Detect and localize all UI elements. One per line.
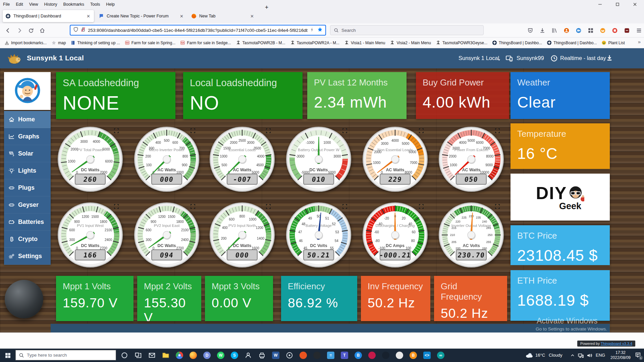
extorange-toolbar-button[interactable] xyxy=(598,26,607,35)
taskbar-app-github[interactable] xyxy=(312,350,322,360)
fullscreen-icon[interactable] xyxy=(495,128,500,133)
menu-file[interactable]: File xyxy=(0,2,13,7)
video-toolbar-button[interactable] xyxy=(574,26,583,35)
taskbar-app-steam[interactable] xyxy=(381,350,391,360)
fullscreen-icon[interactable] xyxy=(266,128,271,133)
sidebar-item-lights[interactable]: Lights xyxy=(4,162,51,179)
taskbar-app-discord[interactable]: D xyxy=(202,350,212,360)
chevron-down-icon[interactable] xyxy=(497,57,501,63)
bookmark-item[interactable]: Plant List xyxy=(599,40,627,46)
shield-icon[interactable] xyxy=(73,27,78,34)
fullscreen-icon[interactable] xyxy=(190,128,196,133)
browser-search-field[interactable]: Search xyxy=(330,25,484,35)
sidebar-item-plugs[interactable]: Plugs xyxy=(4,179,51,196)
taskbar-app-teams[interactable]: T xyxy=(339,350,350,360)
taskbar-app-skype[interactable]: S xyxy=(229,350,239,360)
taskbar-app-chrome[interactable] xyxy=(174,350,184,360)
bookmark-item[interactable]: TasmotaPOWR3Geyse... xyxy=(433,40,490,46)
taskbar-app-whatsapp[interactable]: W xyxy=(216,350,226,360)
bookmark-star-icon[interactable] xyxy=(317,27,323,34)
taskbar-app-bluetooth[interactable]: B xyxy=(353,350,363,360)
taskbar-app-task-view[interactable] xyxy=(133,350,143,360)
taskbar-app-file-explorer[interactable] xyxy=(161,350,171,360)
bookmarks-overflow-chevron[interactable]: » xyxy=(638,39,641,45)
entity-label[interactable]: Sunsynk99 xyxy=(517,55,544,61)
fullscreen-icon[interactable] xyxy=(114,204,119,209)
language-indicator[interactable]: ENG xyxy=(596,353,605,358)
timewindow-label[interactable]: Realtime - last day xyxy=(560,55,606,61)
extensions-toolbar-button[interactable] xyxy=(586,26,595,35)
reload-button[interactable] xyxy=(26,26,36,35)
fullscreen-icon[interactable] xyxy=(495,204,500,209)
devices-icon[interactable] xyxy=(505,55,513,63)
url-text[interactable]: 253:8080/dashboard/4b00dda0-cbe5-11ec-84… xyxy=(88,28,308,33)
forward-button[interactable] xyxy=(15,26,24,35)
taskbar-app-calculator[interactable]: = xyxy=(326,350,336,360)
bookmark-item[interactable]: Visia2 - Main Menu xyxy=(387,40,433,46)
fullscreen-icon[interactable] xyxy=(419,204,424,209)
account-toolbar-button[interactable] xyxy=(562,26,571,35)
url-bar[interactable]: 253:8080/dashboard/4b00dda0-cbe5-11ec-84… xyxy=(70,25,326,36)
browser-tab[interactable]: ThingsBoard | Dashboard✕ xyxy=(3,10,94,22)
fullscreen-icon[interactable] xyxy=(342,204,347,209)
browser-tab[interactable]: New Tab✕ xyxy=(189,10,258,22)
export-download-icon[interactable] xyxy=(606,54,613,63)
lightning-icon[interactable] xyxy=(310,27,315,34)
weather-cloud-icon[interactable] xyxy=(525,351,533,360)
taskbar-app-mail[interactable] xyxy=(147,350,157,360)
fullscreen-icon[interactable] xyxy=(266,204,271,209)
bookmark-item[interactable]: TasmotaPOWR2B - M... xyxy=(233,40,288,46)
insecure-lock-icon[interactable] xyxy=(80,27,86,34)
taskbar-app-user[interactable] xyxy=(243,350,253,360)
library-toolbar-button[interactable] xyxy=(550,26,559,35)
fullscreen-icon[interactable] xyxy=(419,128,424,133)
menu-help[interactable]: Help xyxy=(103,2,118,7)
fullscreen-icon[interactable] xyxy=(114,128,119,133)
taskbar-app-infinity[interactable]: ∞ xyxy=(436,350,446,360)
fullscreen-icon[interactable] xyxy=(342,128,347,133)
notification-icon[interactable]: 1 xyxy=(635,352,641,359)
taskbar-app-cortana[interactable] xyxy=(119,350,129,360)
menu-view[interactable]: View xyxy=(26,2,41,7)
weather-temp[interactable]: 16°C xyxy=(535,353,545,358)
tab-close-icon[interactable]: ✕ xyxy=(179,14,184,19)
new-tab-button[interactable]: + xyxy=(262,3,271,12)
bookmark-item[interactable]: Import bookmarks... xyxy=(2,40,49,46)
weather-text[interactable]: Cloudy xyxy=(549,353,562,358)
taskbar-search-input[interactable]: Type here to search xyxy=(15,350,116,360)
knob-widget[interactable] xyxy=(5,280,43,318)
bookmark-item[interactable]: TasmotaPOWR2A - M... xyxy=(288,40,342,46)
taskbar-app-vscode[interactable]: <> xyxy=(422,350,432,360)
taskbar-app-media-disc[interactable] xyxy=(284,350,294,360)
bookmark-item[interactable]: SAFarm for sale in Spring... xyxy=(122,40,178,46)
bookmark-item[interactable]: ThingsBoard | Dashbo... xyxy=(490,40,544,46)
taskbar-app-bitcoin[interactable]: B xyxy=(408,350,418,360)
bookmark-item[interactable]: SAFarm for sale in Sedge... xyxy=(178,40,233,46)
sidebar-item-batteries[interactable]: Batteries xyxy=(4,214,51,231)
taskbar-app-ubuntu[interactable] xyxy=(298,350,308,360)
taskbar-app-printer[interactable] xyxy=(257,350,267,360)
sidebar-item-geyser[interactable]: Geyser xyxy=(4,196,51,214)
bookmark-item[interactable]: ThingsBoard | Dashbo... xyxy=(544,40,599,46)
window-minimize-button[interactable] xyxy=(592,0,608,9)
bookmark-item[interactable]: map xyxy=(49,40,68,46)
window-maximize-button[interactable] xyxy=(609,0,626,9)
sidebar-item-solar[interactable]: Solar xyxy=(4,145,51,162)
menu-tools[interactable]: Tools xyxy=(87,2,103,7)
sidebar-item-home[interactable]: Home xyxy=(4,111,51,128)
clock[interactable]: 17:32 2022/08/09 xyxy=(608,350,633,360)
sidebar-item-crypto[interactable]: Crypto xyxy=(4,231,51,248)
taskbar-app-firefox[interactable] xyxy=(188,350,198,360)
taskbar-app-app-light[interactable] xyxy=(394,350,405,360)
window-close-button[interactable] xyxy=(627,0,643,9)
downloads-toolbar-button[interactable] xyxy=(538,26,547,35)
dashboard-state-selector[interactable]: Sunsynk 1 Local xyxy=(459,55,499,61)
clock-icon[interactable] xyxy=(550,55,558,63)
network-icon[interactable] xyxy=(578,352,584,360)
taskbar-app-word[interactable]: W xyxy=(271,350,281,360)
home-button[interactable] xyxy=(38,26,47,35)
menu-edit[interactable]: Edit xyxy=(13,2,26,7)
tab-close-icon[interactable]: ✕ xyxy=(249,14,255,19)
taskbar-app-raspberry-pi[interactable] xyxy=(367,350,377,360)
start-button[interactable] xyxy=(0,349,15,362)
